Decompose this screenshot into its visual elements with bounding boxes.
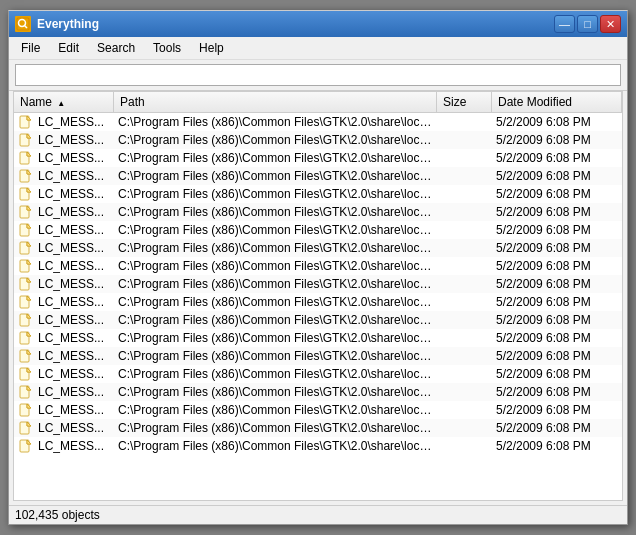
file-icon	[18, 276, 34, 292]
table-row[interactable]: LC_MESS...C:\Program Files (x86)\Common …	[14, 131, 622, 149]
file-icon	[18, 114, 34, 130]
row-size	[437, 337, 492, 339]
table-row[interactable]: LC_MESS...C:\Program Files (x86)\Common …	[14, 149, 622, 167]
row-date: 5/2/2009 6:08 PM	[492, 204, 622, 220]
file-icon	[18, 240, 34, 256]
file-icon	[18, 168, 34, 184]
row-name: LC_MESS...	[34, 402, 114, 418]
row-path: C:\Program Files (x86)\Common Files\GTK\…	[114, 258, 437, 274]
minimize-button[interactable]: —	[554, 15, 575, 33]
maximize-button[interactable]: □	[577, 15, 598, 33]
window-title: Everything	[37, 17, 99, 31]
table-row[interactable]: LC_MESS...C:\Program Files (x86)\Common …	[14, 365, 622, 383]
header-path[interactable]: Path	[114, 92, 437, 112]
header-name[interactable]: Name ▲	[14, 92, 114, 112]
table-row[interactable]: LC_MESS...C:\Program Files (x86)\Common …	[14, 221, 622, 239]
row-name: LC_MESS...	[34, 240, 114, 256]
menu-file[interactable]: File	[13, 39, 48, 57]
row-size	[437, 121, 492, 123]
row-name: LC_MESS...	[34, 330, 114, 346]
table-row[interactable]: LC_MESS...C:\Program Files (x86)\Common …	[14, 239, 622, 257]
header-date[interactable]: Date Modified	[492, 92, 622, 112]
table-row[interactable]: LC_MESS...C:\Program Files (x86)\Common …	[14, 203, 622, 221]
row-size	[437, 301, 492, 303]
row-name: LC_MESS...	[34, 438, 114, 454]
row-size	[437, 355, 492, 357]
row-name: LC_MESS...	[34, 276, 114, 292]
header-size[interactable]: Size	[437, 92, 492, 112]
file-icon	[18, 294, 34, 310]
row-path: C:\Program Files (x86)\Common Files\GTK\…	[114, 132, 437, 148]
close-button[interactable]: ✕	[600, 15, 621, 33]
menu-tools[interactable]: Tools	[145, 39, 189, 57]
row-size	[437, 409, 492, 411]
list-body[interactable]: LC_MESS...C:\Program Files (x86)\Common …	[14, 113, 622, 500]
row-name: LC_MESS...	[34, 168, 114, 184]
row-size	[437, 193, 492, 195]
table-row[interactable]: LC_MESS...C:\Program Files (x86)\Common …	[14, 257, 622, 275]
row-date: 5/2/2009 6:08 PM	[492, 348, 622, 364]
table-row[interactable]: LC_MESS...C:\Program Files (x86)\Common …	[14, 167, 622, 185]
table-row[interactable]: LC_MESS...C:\Program Files (x86)\Common …	[14, 347, 622, 365]
file-icon	[18, 420, 34, 436]
row-size	[437, 373, 492, 375]
row-date: 5/2/2009 6:08 PM	[492, 330, 622, 346]
row-name: LC_MESS...	[34, 150, 114, 166]
row-name: LC_MESS...	[34, 258, 114, 274]
app-icon	[15, 16, 31, 32]
status-text: 102,435 objects	[15, 508, 100, 522]
file-icon	[18, 438, 34, 454]
row-date: 5/2/2009 6:08 PM	[492, 402, 622, 418]
file-icon	[18, 150, 34, 166]
file-icon	[18, 384, 34, 400]
row-size	[437, 445, 492, 447]
row-path: C:\Program Files (x86)\Common Files\GTK\…	[114, 438, 437, 454]
file-icon	[18, 312, 34, 328]
table-row[interactable]: LC_MESS...C:\Program Files (x86)\Common …	[14, 329, 622, 347]
row-path: C:\Program Files (x86)\Common Files\GTK\…	[114, 276, 437, 292]
row-path: C:\Program Files (x86)\Common Files\GTK\…	[114, 330, 437, 346]
row-size	[437, 139, 492, 141]
table-row[interactable]: LC_MESS...C:\Program Files (x86)\Common …	[14, 419, 622, 437]
row-name: LC_MESS...	[34, 132, 114, 148]
row-size	[437, 319, 492, 321]
table-row[interactable]: LC_MESS...C:\Program Files (x86)\Common …	[14, 437, 622, 455]
row-name: LC_MESS...	[34, 114, 114, 130]
search-input[interactable]	[15, 64, 621, 86]
table-row[interactable]: LC_MESS...C:\Program Files (x86)\Common …	[14, 293, 622, 311]
row-path: C:\Program Files (x86)\Common Files\GTK\…	[114, 384, 437, 400]
row-path: C:\Program Files (x86)\Common Files\GTK\…	[114, 312, 437, 328]
file-icon	[18, 222, 34, 238]
row-date: 5/2/2009 6:08 PM	[492, 294, 622, 310]
row-date: 5/2/2009 6:08 PM	[492, 132, 622, 148]
row-name: LC_MESS...	[34, 312, 114, 328]
table-row[interactable]: LC_MESS...C:\Program Files (x86)\Common …	[14, 275, 622, 293]
table-row[interactable]: LC_MESS...C:\Program Files (x86)\Common …	[14, 311, 622, 329]
row-date: 5/2/2009 6:08 PM	[492, 168, 622, 184]
file-icon	[18, 204, 34, 220]
title-bar-left: Everything	[15, 16, 99, 32]
file-icon	[18, 258, 34, 274]
row-date: 5/2/2009 6:08 PM	[492, 420, 622, 436]
menu-bar: File Edit Search Tools Help	[9, 37, 627, 60]
menu-help[interactable]: Help	[191, 39, 232, 57]
menu-search[interactable]: Search	[89, 39, 143, 57]
table-row[interactable]: LC_MESS...C:\Program Files (x86)\Common …	[14, 113, 622, 131]
row-path: C:\Program Files (x86)\Common Files\GTK\…	[114, 114, 437, 130]
title-bar: Everything — □ ✕	[9, 11, 627, 37]
table-row[interactable]: LC_MESS...C:\Program Files (x86)\Common …	[14, 383, 622, 401]
table-row[interactable]: LC_MESS...C:\Program Files (x86)\Common …	[14, 401, 622, 419]
row-name: LC_MESS...	[34, 294, 114, 310]
file-icon	[18, 132, 34, 148]
menu-edit[interactable]: Edit	[50, 39, 87, 57]
table-row[interactable]: LC_MESS...C:\Program Files (x86)\Common …	[14, 185, 622, 203]
file-list: Name ▲ Path Size Date Modified LC_MESS..…	[13, 91, 623, 501]
row-size	[437, 391, 492, 393]
row-date: 5/2/2009 6:08 PM	[492, 150, 622, 166]
row-size	[437, 157, 492, 159]
row-size	[437, 211, 492, 213]
row-path: C:\Program Files (x86)\Common Files\GTK\…	[114, 402, 437, 418]
row-size	[437, 247, 492, 249]
row-date: 5/2/2009 6:08 PM	[492, 276, 622, 292]
row-name: LC_MESS...	[34, 384, 114, 400]
